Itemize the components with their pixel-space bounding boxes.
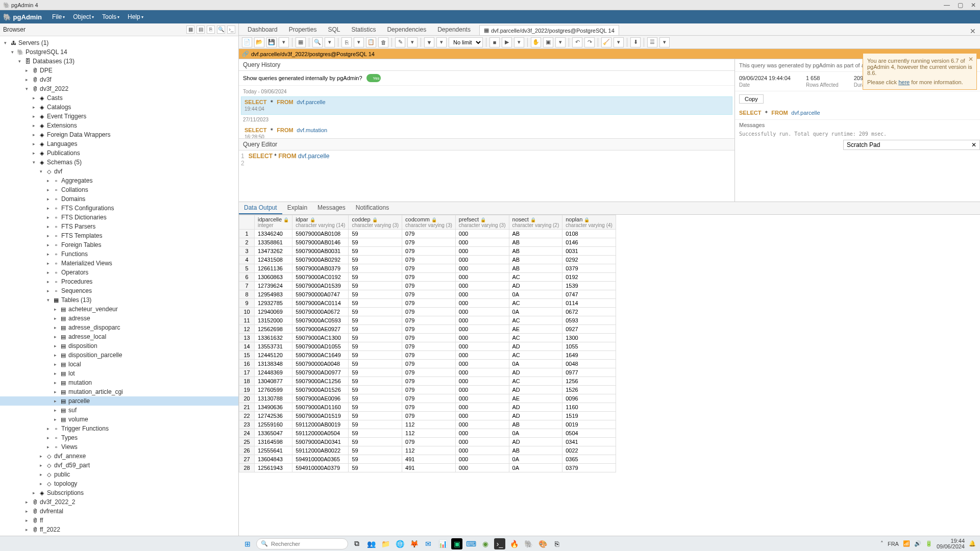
maximize-button[interactable]: ▢ [957,2,964,9]
col-nosect[interactable]: nosect 🔒character varying (2) [509,215,562,230]
tree-item[interactable]: ▾▦Tables (13) [0,295,238,305]
data-row[interactable]: 181304087759079000AC125659079000AC1256 [239,377,616,386]
data-row[interactable]: 111315200059079000AC059359079000AC0593 [239,316,616,325]
data-row[interactable]: 11334624059079000AB010859079000AB0108 [239,230,616,238]
tree-item[interactable]: ▸▤disposition_parcelle [0,350,238,360]
tree-item[interactable]: ▸▤mutation [0,378,238,387]
minimize-button[interactable]: — [943,2,950,9]
col-coddep[interactable]: coddep 🔒character varying (3) [349,215,402,230]
tree-item[interactable]: ▸🛢DPE [0,66,238,75]
data-row[interactable]: 2413365047591120000A0504591120000A0504 [239,429,616,438]
data-row[interactable]: 1012940069590790000A0672590790000A0672 [239,308,616,316]
tree-item[interactable]: ▸◇dvf_d59_part [0,461,238,470]
execute-dropdown[interactable]: ▾ [514,37,524,47]
row-limit-select[interactable]: No limit [449,37,483,47]
tree-item[interactable]: ▸◈Casts [0,93,238,103]
outlook-icon[interactable]: ✉ [423,538,434,549]
copy-sql-button[interactable]: ▦ [296,37,306,47]
tree-item[interactable]: ▸▫Foreign Tables [0,240,238,249]
tree-item[interactable]: ▸🛢dv3f_2022_2 [0,497,238,507]
data-row[interactable]: 1613138348590790000A0048590790000A0048 [239,360,616,368]
col-idpar[interactable]: idpar 🔒character varying (14) [292,215,349,230]
data-row[interactable]: 51266113659079000AB037959079000AB0379 [239,264,616,273]
start-button[interactable]: ⊞ [242,538,253,549]
history-item-2[interactable]: SELECT * FROM dvf.mutation 16:28:50 [241,124,732,138]
excel-icon[interactable]: 📊 [437,538,448,549]
tree-item[interactable]: ▸▫Types [0,433,238,442]
tree-item[interactable]: ▸▤suf [0,406,238,415]
tree-item[interactable]: ▸◈Extensions [0,121,238,130]
tab-properties[interactable]: Properties [283,23,323,35]
edit-dropdown[interactable]: ▾ [407,37,418,47]
tree-item[interactable]: ▸▤adresse [0,314,238,323]
tab-dashboard[interactable]: Dashboard [242,23,283,35]
app-icon-2[interactable]: ⎘ [551,538,562,549]
edge-icon[interactable]: 🌐 [394,538,405,549]
data-row[interactable]: 211349063659079000AD116059079000AD1160 [239,403,616,412]
download-button[interactable]: ⬇ [630,37,641,47]
tree-item[interactable]: ▸▫FTS Configurations [0,204,238,213]
macros-button[interactable]: ☰ [647,37,657,47]
tree-item[interactable]: ▸🛢ff_2022 [0,525,238,534]
tree-item[interactable]: ▸🛢ff [0,516,238,525]
show-internal-toggle[interactable]: Yes [366,74,381,82]
tree-item[interactable]: ▸▫Functions [0,249,238,259]
tree-item[interactable]: ▸▫FTS Templates [0,231,238,240]
tab-dependents[interactable]: Dependents [432,23,476,35]
data-row[interactable]: 171244836959079000AD097759079000AD0977 [239,368,616,377]
col-prefsect[interactable]: prefsect 🔒character varying (3) [455,215,509,230]
search-input[interactable] [271,541,344,547]
tree-item[interactable]: ▸▫FTS Dictionaries [0,213,238,222]
tree-item[interactable]: ▸◈Publications [0,148,238,158]
filter-dropdown[interactable]: ▾ [436,37,447,47]
terminal-icon[interactable]: ›_ [494,538,505,549]
results-tab-messages[interactable]: Messages [312,202,351,214]
firefox-icon[interactable]: 🦊 [408,538,420,549]
tree-item[interactable]: ▸▫Collations [0,185,238,194]
browser-tool-search[interactable]: 🔍 [217,26,225,34]
tree-item[interactable]: ▸▫Trigger Functions [0,424,238,433]
open-folder-button[interactable]: 📂 [254,37,264,47]
copy-dropdown[interactable]: ▾ [354,37,364,47]
app-icon-1[interactable]: 🔥 [508,538,520,549]
tray-clock[interactable]: 19:44 09/06/2024 [937,538,965,549]
task-view-icon[interactable]: ⧉ [351,538,362,549]
filter-button[interactable]: ▼ [424,37,434,47]
pycharm-icon[interactable]: ▣ [451,538,462,549]
tree-item[interactable]: ▸▤acheteur_vendeur [0,305,238,314]
paint-icon[interactable]: 🎨 [537,538,548,549]
tree-item[interactable]: ▸◈Catalogs [0,103,238,112]
tree-item[interactable]: ▾🖧Servers (1) [0,38,238,47]
tree-item[interactable]: ▸◈Subscriptions [0,488,238,497]
vscode-icon[interactable]: ⌨ [465,538,477,549]
pgadmin-taskbar-icon[interactable]: 🐘 [523,538,534,549]
col-codcomm[interactable]: codcomm 🔒character varying (3) [402,215,456,230]
close-button[interactable]: ✕ [970,2,977,9]
query-editor[interactable]: 12 SELECT * FROM dvf.parcelle [239,151,734,202]
scratch-close-icon[interactable]: ✕ [971,141,976,148]
tree-item[interactable]: ▾◈Schemas (5) [0,158,238,167]
data-row[interactable]: 71273962459079000AD153959079000AD1539 [239,282,616,290]
menu-tools[interactable]: Tools ▾ [98,11,124,22]
tree-item[interactable]: ▸◇public [0,470,238,479]
tray-lang[interactable]: FRA [888,541,899,547]
explorer-icon[interactable]: 📁 [380,538,391,549]
tree-item[interactable]: ▸▤disposition [0,341,238,350]
notif-close-icon[interactable]: ✕ [968,56,973,63]
notif-here-link[interactable]: here [898,79,910,85]
tree-item[interactable]: ▸◈Event Triggers [0,112,238,121]
tree-item[interactable]: ▾🛢dv3f_2022 [0,84,238,93]
tray-battery-icon[interactable]: 🔋 [925,540,933,547]
file-tab-close[interactable]: ✕ [966,27,980,35]
data-row[interactable]: 2812561943594910000A0379594910000A0379 [239,464,616,472]
tray-notif-icon[interactable]: 🔔 [969,540,976,547]
tab-statistics[interactable]: Statistics [346,23,381,35]
save-dropdown[interactable]: ▾ [279,37,289,47]
data-row[interactable]: 131336163259079000AC130059079000AC1300 [239,334,616,342]
tree-item[interactable]: ▸▫Sequences [0,286,238,295]
qgis-icon[interactable]: ◉ [480,538,491,549]
browser-tool-2[interactable]: ▤ [197,26,205,34]
tree-item[interactable]: ▾🐘PostgreSQL 14 [0,47,238,57]
tree-item[interactable]: ▸◇topology [0,479,238,488]
data-row[interactable]: 231255916059112000AB001959112000AB0019 [239,420,616,429]
